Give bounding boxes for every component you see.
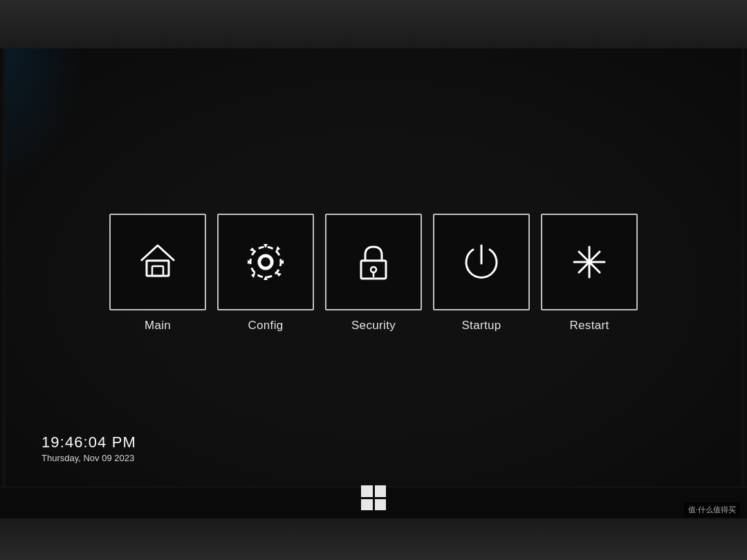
clock-time: 19:46:04 PM — [42, 433, 136, 451]
win-logo-pane-bl — [361, 499, 373, 511]
svg-point-4 — [260, 256, 271, 268]
bios-label-security: Security — [351, 319, 396, 333]
bios-label-main: Main — [145, 319, 171, 333]
bezel-bottom — [0, 519, 747, 560]
gear-icon — [243, 240, 288, 284]
bios-tile-main[interactable] — [109, 214, 206, 310]
home-icon — [136, 240, 180, 284]
bios-item-startup[interactable]: Startup — [433, 214, 530, 333]
bios-item-main[interactable]: Main — [109, 214, 206, 333]
bezel-top — [0, 0, 747, 48]
win-logo-pane-tl — [361, 485, 373, 497]
win-logo-pane-tr — [375, 485, 387, 497]
svg-rect-1 — [152, 266, 163, 276]
svg-rect-0 — [147, 261, 169, 276]
bios-tile-startup[interactable] — [433, 214, 530, 310]
camera-indicator — [371, 21, 376, 26]
bios-label-startup: Startup — [461, 319, 501, 333]
asterisk-icon — [567, 240, 611, 284]
right-edge — [741, 48, 747, 519]
bios-item-restart[interactable]: Restart — [541, 214, 638, 333]
windows-start-button[interactable] — [361, 485, 386, 510]
bios-tile-config[interactable] — [217, 214, 314, 310]
taskbar — [0, 487, 747, 519]
bios-label-config: Config — [248, 319, 283, 333]
bios-item-config[interactable]: Config — [217, 214, 314, 333]
watermark: 值·什么值得买 — [684, 503, 740, 517]
power-icon — [459, 240, 504, 284]
bios-label-restart: Restart — [569, 319, 609, 333]
bios-tile-security[interactable] — [325, 214, 422, 310]
bios-item-security[interactable]: Security — [325, 214, 422, 333]
bios-menu: Main — [109, 214, 638, 333]
screen-content: Main — [0, 48, 747, 519]
bios-tile-restart[interactable] — [541, 214, 638, 310]
win-logo-pane-br — [375, 499, 387, 511]
clock-date: Thursday, Nov 09 2023 — [42, 453, 136, 463]
clock-area: 19:46:04 PM Thursday, Nov 09 2023 — [42, 433, 136, 463]
lock-icon — [351, 240, 396, 284]
left-edge — [0, 48, 6, 519]
